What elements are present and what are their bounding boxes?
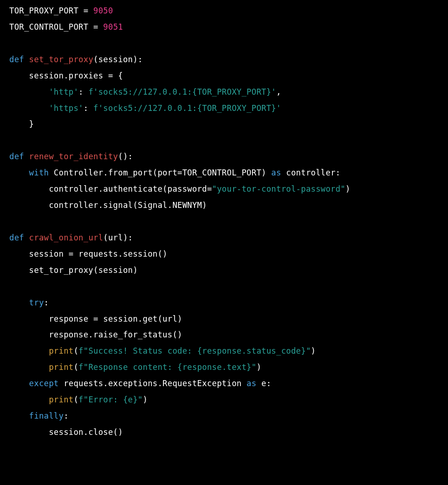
code-token: : <box>44 298 49 307</box>
code-token: except <box>29 379 59 388</box>
code-token <box>78 6 84 15</box>
code-token: = <box>69 249 74 259</box>
code-token: ( <box>73 346 78 356</box>
code-token <box>24 152 29 161</box>
code-token: as <box>247 379 256 388</box>
code-token: : <box>84 103 93 113</box>
code-line: def set_tor_proxy(session): <box>9 52 439 68</box>
code-token: response.raise_for_status() <box>9 330 182 339</box>
code-token: renew_tor_identity <box>29 152 118 161</box>
code-token: (session): <box>93 55 143 64</box>
code-token: ( <box>73 395 78 404</box>
code-token: : <box>78 87 88 97</box>
code-token: crawl_onion_url <box>29 233 104 242</box>
code-token <box>9 346 49 356</box>
code-token: def <box>9 152 24 161</box>
code-token: : <box>64 411 69 420</box>
code-token: "your-tor-control-password" <box>212 184 346 194</box>
code-line: try: <box>9 295 439 311</box>
code-line: with Controller.from_port(port=TOR_CONTR… <box>9 165 439 181</box>
code-token: controller.authenticate(password <box>9 184 207 194</box>
code-token: finally <box>29 411 64 420</box>
code-token <box>9 168 29 177</box>
code-line: set_tor_proxy(session) <box>9 262 439 278</box>
code-token: f"Error: {e}" <box>78 395 143 404</box>
code-token: Controller.from_port(port <box>49 168 177 177</box>
code-token <box>24 55 29 64</box>
code-line: TOR_CONTROL_PORT = 9051 <box>9 19 439 35</box>
code-token: f"Response content: {response.text}" <box>78 362 256 372</box>
code-token: print <box>49 362 73 372</box>
code-token <box>9 379 29 388</box>
code-token <box>9 395 49 404</box>
code-token: , <box>276 87 281 97</box>
code-token: def <box>9 55 24 64</box>
code-token: 'https' <box>49 103 84 113</box>
code-token <box>9 411 29 420</box>
code-line: response = session.get(url) <box>9 311 439 327</box>
code-token <box>9 103 49 113</box>
code-token: requests.exceptions.RequestException <box>58 379 247 388</box>
code-token: = <box>84 6 89 15</box>
code-line: TOR_PROXY_PORT = 9050 <box>9 3 439 19</box>
code-line: response.raise_for_status() <box>9 327 439 343</box>
code-token: { <box>113 71 123 80</box>
code-token: (): <box>118 152 133 161</box>
code-token: def <box>9 233 24 242</box>
code-line <box>9 278 439 295</box>
code-token: } <box>9 119 34 129</box>
code-line: controller.signal(Signal.NEWNYM) <box>9 197 439 213</box>
code-line: def crawl_onion_url(url): <box>9 230 439 246</box>
code-token: session.proxies <box>9 71 108 80</box>
code-token: requests.session() <box>73 249 167 259</box>
code-token: e: <box>256 379 271 388</box>
code-token: try <box>29 298 44 307</box>
code-token: ( <box>73 362 78 372</box>
code-line: session = requests.session() <box>9 246 439 262</box>
code-token: f'socks5://127.0.0.1:{TOR_PROXY_PORT}' <box>88 87 276 97</box>
code-line: session.proxies = { <box>9 68 439 84</box>
code-token: = <box>93 22 98 32</box>
code-token: 9051 <box>103 22 123 32</box>
code-line: controller.authenticate(password="your-t… <box>9 181 439 197</box>
code-line: def renew_tor_identity(): <box>9 149 439 165</box>
code-token: = <box>177 168 182 177</box>
code-line <box>9 35 439 52</box>
code-token: 9050 <box>93 6 113 15</box>
code-token: with <box>29 168 49 177</box>
code-token: set_tor_proxy(session) <box>9 265 138 275</box>
code-token: TOR_PROXY_PORT <box>9 6 78 15</box>
code-line: print(f"Error: {e}") <box>9 392 439 408</box>
code-token <box>88 22 93 32</box>
code-token: = <box>108 71 113 80</box>
code-line: except requests.exceptions.RequestExcept… <box>9 375 439 392</box>
code-line: finally: <box>9 408 439 424</box>
code-token: ) <box>345 184 351 194</box>
code-token <box>98 22 104 32</box>
code-token: controller: <box>281 168 341 177</box>
code-line <box>9 213 439 230</box>
code-token <box>9 87 49 97</box>
code-token: as <box>271 168 281 177</box>
code-token: ) <box>256 362 261 372</box>
code-token: session.get(url) <box>98 314 182 323</box>
code-token <box>24 233 29 242</box>
code-line <box>9 132 439 149</box>
code-token: 'http' <box>49 87 78 97</box>
code-line: session.close() <box>9 424 439 440</box>
code-token: controller.signal(Signal.NEWNYM) <box>9 200 207 210</box>
code-token: = <box>93 314 98 323</box>
code-token: ) <box>311 346 316 356</box>
code-token: ) <box>143 395 148 404</box>
code-token: session.close() <box>9 427 123 437</box>
code-token: print <box>49 346 73 356</box>
code-token: response <box>9 314 93 323</box>
code-token: = <box>207 184 212 194</box>
code-line: } <box>9 116 439 132</box>
code-token <box>9 298 29 307</box>
code-token: TOR_CONTROL_PORT) <box>182 168 272 177</box>
code-line: print(f"Response content: {response.text… <box>9 359 439 375</box>
code-token: f"Success! Status code: {response.status… <box>78 346 311 356</box>
code-token: set_tor_proxy <box>29 55 93 64</box>
code-token <box>88 6 93 15</box>
